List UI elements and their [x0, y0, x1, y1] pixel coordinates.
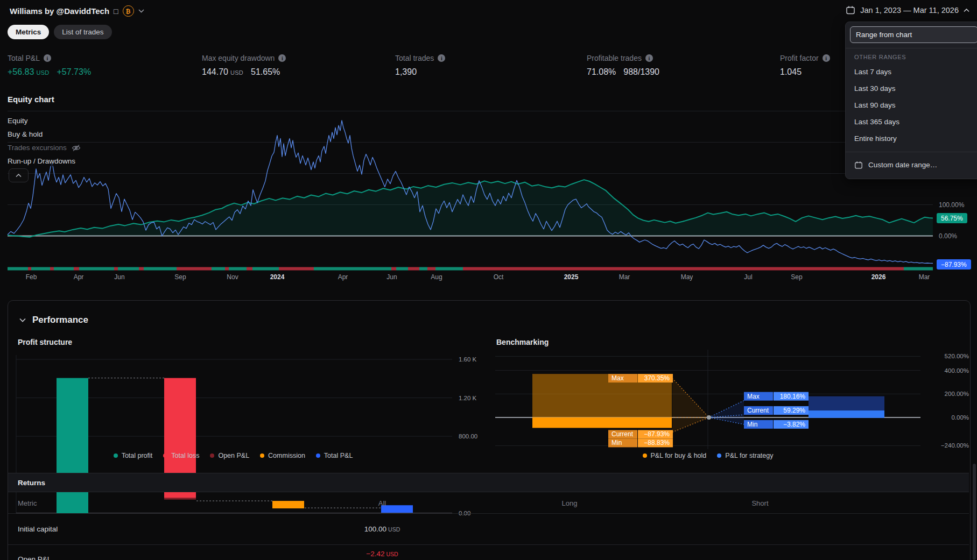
legend-item[interactable]: Total loss — [163, 452, 199, 459]
legend-item-equity[interactable]: Equity — [8, 116, 31, 126]
strategy-title: Williams by @DaviddTech — [10, 6, 109, 16]
menu-item-last-30-days[interactable]: Last 30 days — [850, 80, 977, 97]
table-divider — [8, 544, 969, 545]
collapse-chart-button[interactable] — [9, 168, 29, 182]
equity-xtick: Mar — [609, 273, 639, 281]
tab-metrics[interactable]: Metrics — [8, 25, 49, 39]
legend-item[interactable]: Open P&L — [210, 452, 249, 459]
equity-xtick: 2024 — [262, 273, 292, 281]
equity-xtick: Jun — [377, 273, 407, 281]
bitcoin-icon: ₿ — [123, 5, 134, 17]
calendar-icon — [854, 161, 863, 169]
missing-glyph-box: □ — [114, 7, 118, 16]
equity-ytick-0: 0.00% — [939, 232, 957, 240]
date-range-button[interactable]: Jan 1, 2023 — Mar 11, 2026 — [846, 5, 969, 15]
legend-item[interactable]: P&L for strategy — [717, 452, 773, 459]
legend-item-runup-drawdowns[interactable]: Run-up / Drawdowns — [8, 156, 79, 166]
equity-xtick: Jun — [104, 273, 135, 281]
menu-item-last-365-days[interactable]: Last 365 days — [850, 114, 977, 130]
legend-item[interactable]: Total profit — [114, 452, 153, 459]
performance-header[interactable]: Performance — [19, 315, 88, 325]
chevron-up-icon — [964, 9, 969, 12]
row-open-pnl-label: Open P&L — [18, 555, 51, 560]
equity-xtick: Feb — [16, 273, 46, 281]
equity-chart[interactable] — [0, 0, 977, 290]
equity-xtick: Sep — [782, 273, 812, 281]
menu-section-label: OTHER RANGES — [850, 53, 977, 63]
chevron-down-icon — [19, 318, 26, 322]
returns-section-header: Returns — [8, 473, 969, 492]
col-header-metric: Metric — [18, 499, 37, 507]
equity-xtick: 2025 — [556, 273, 586, 281]
buyhold-current-badge: −87.93% — [937, 259, 971, 270]
eye-off-icon[interactable] — [72, 144, 81, 152]
col-header-all: All — [350, 499, 414, 507]
menu-divider — [846, 48, 977, 48]
equity-xtick: Apr — [64, 273, 94, 281]
legend-item-buy-and-hold[interactable]: Buy & hold — [8, 129, 46, 139]
profit-structure-legend: Total profitTotal lossOpen P&LCommission… — [16, 452, 450, 459]
date-range-text: Jan 1, 2023 — Mar 11, 2026 — [860, 6, 959, 15]
table-divider — [8, 513, 969, 514]
menu-divider — [846, 152, 977, 152]
chevron-down-icon[interactable] — [138, 9, 144, 13]
menu-item-entire-history[interactable]: Entire history — [850, 130, 977, 147]
equity-xtick: May — [672, 273, 702, 281]
legend-item[interactable]: Total P&L — [316, 452, 353, 459]
legend-item-trades-excursions[interactable]: Trades excursions — [8, 143, 84, 153]
legend-item[interactable]: Commission — [260, 452, 305, 459]
equity-xtick: 2026 — [863, 273, 894, 281]
equity-xtick: Apr — [328, 273, 358, 281]
benchmarking-legend: P&L for buy & holdP&L for strategy — [495, 452, 920, 459]
menu-item-last-90-days[interactable]: Last 90 days — [850, 97, 977, 114]
calendar-icon — [846, 5, 855, 15]
legend-item[interactable]: P&L for buy & hold — [643, 452, 707, 459]
menu-item-last-7-days[interactable]: Last 7 days — [850, 63, 977, 80]
equity-current-badge: 56.75% — [937, 213, 967, 223]
equity-xtick: Oct — [483, 273, 514, 281]
scrollbar-thumb[interactable] — [973, 464, 976, 560]
performance-panel — [8, 300, 971, 560]
view-tabs: Metrics List of trades — [8, 25, 112, 39]
equity-xtick: Nov — [217, 273, 248, 281]
col-header-long: Long — [537, 499, 602, 507]
equity-xtick: Sep — [165, 273, 195, 281]
date-range-menu: Range from chart OTHER RANGES Last 7 day… — [845, 22, 977, 179]
menu-item-custom-date-range[interactable]: Custom date range… — [850, 157, 977, 173]
tab-list-of-trades[interactable]: List of trades — [54, 25, 111, 39]
menu-item-range-from-chart[interactable]: Range from chart — [850, 26, 977, 43]
strategy-header: Williams by @DaviddTech □ ₿ — [10, 5, 144, 17]
col-header-short: Short — [728, 499, 792, 507]
equity-xtick: Mar — [909, 273, 939, 281]
equity-xtick: Jul — [733, 273, 763, 281]
row-initial-capital-label: Initial capital — [18, 525, 58, 533]
benchmarking-title: Benchmarking — [496, 338, 549, 346]
equity-xtick: Aug — [421, 273, 452, 281]
equity-chart-title: Equity chart — [8, 95, 54, 104]
profit-structure-title: Profit structure — [18, 338, 72, 346]
equity-ytick-100: 100.00% — [939, 201, 964, 209]
